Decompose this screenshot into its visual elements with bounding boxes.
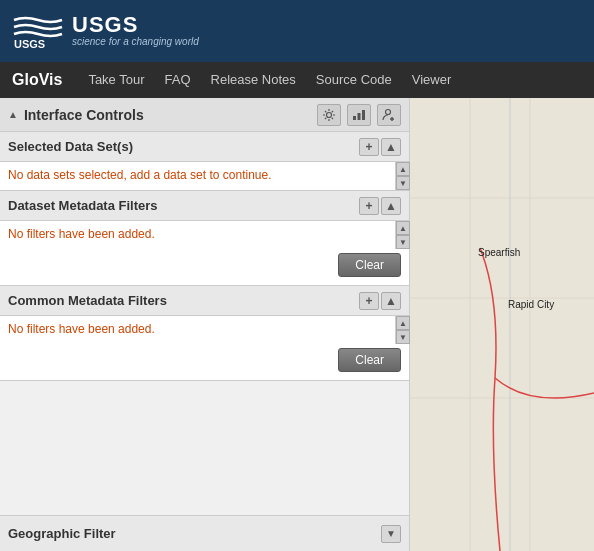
section-title-datasets: Selected Data Set(s): [8, 139, 359, 154]
section-body-common-filters: No filters have been added. ▲ ▼: [0, 316, 409, 344]
add-dataset-filter-button[interactable]: +: [359, 197, 379, 215]
svg-rect-4: [358, 113, 361, 120]
nav-brand: GloVis: [12, 71, 62, 89]
clear-dataset-filters-button[interactable]: Clear: [338, 253, 401, 277]
geo-filter-title: Geographic Filter: [8, 526, 381, 541]
map-area: Spearfish Rapid City: [410, 98, 594, 551]
svg-text:Rapid City: Rapid City: [508, 299, 554, 310]
section-body-datasets: No data sets selected, add a data set to…: [0, 162, 409, 190]
left-panel: ▲ Interface Controls: [0, 98, 410, 551]
panel-header: ▲ Interface Controls: [0, 98, 409, 132]
panel-header-icons: [317, 104, 401, 126]
scroll-down-common-filters[interactable]: ▼: [396, 330, 410, 344]
chart-icon[interactable]: [347, 104, 371, 126]
map-canvas: Spearfish Rapid City: [410, 98, 594, 551]
collapse-datasets-button[interactable]: ▲: [381, 138, 401, 156]
svg-rect-7: [410, 98, 594, 551]
svg-text:USGS: USGS: [14, 38, 45, 50]
svg-rect-5: [362, 110, 365, 120]
datasets-scrollbar[interactable]: ▲ ▼: [395, 162, 409, 190]
user-settings-icon[interactable]: [377, 104, 401, 126]
scroll-down-datasets[interactable]: ▼: [396, 176, 410, 190]
svg-point-2: [327, 112, 332, 117]
nav-bar: GloVis Take Tour FAQ Release Notes Sourc…: [0, 62, 594, 98]
collapse-common-filters-button[interactable]: ▲: [381, 292, 401, 310]
section-selected-datasets: Selected Data Set(s) + ▲ No data sets se…: [0, 132, 409, 191]
add-dataset-button[interactable]: +: [359, 138, 379, 156]
section-header-datasets: Selected Data Set(s) + ▲: [0, 132, 409, 162]
main-area: ▲ Interface Controls: [0, 98, 594, 551]
geographic-filter-section: Geographic Filter ▼: [0, 515, 409, 551]
section-controls-dataset-filters: + ▲: [359, 197, 401, 215]
section-controls-datasets: + ▲: [359, 138, 401, 156]
svg-rect-3: [353, 116, 356, 120]
scroll-down-dataset-filters[interactable]: ▼: [396, 235, 410, 249]
no-common-filters-message: No filters have been added.: [0, 316, 395, 344]
usgs-title: USGS: [72, 14, 199, 36]
section-dataset-filters: Dataset Metadata Filters + ▲ No filters …: [0, 191, 409, 286]
nav-source-code[interactable]: Source Code: [306, 62, 402, 98]
dataset-filters-scrollbar[interactable]: ▲ ▼: [395, 221, 409, 249]
section-common-filters: Common Metadata Filters + ▲ No filters h…: [0, 286, 409, 381]
usgs-header: USGS USGS science for a changing world: [0, 0, 594, 62]
no-datasets-message: No data sets selected, add a data set to…: [0, 162, 395, 190]
svg-point-6: [386, 109, 391, 114]
no-dataset-filters-message: No filters have been added.: [0, 221, 395, 249]
geo-filter-dropdown[interactable]: ▼: [381, 525, 401, 543]
usgs-subtitle: science for a changing world: [72, 36, 199, 48]
nav-take-tour[interactable]: Take Tour: [78, 62, 154, 98]
section-header-common-filters: Common Metadata Filters + ▲: [0, 286, 409, 316]
panel-title: Interface Controls: [24, 107, 317, 123]
section-controls-common-filters: + ▲: [359, 292, 401, 310]
section-header-dataset-filters: Dataset Metadata Filters + ▲: [0, 191, 409, 221]
section-title-common-filters: Common Metadata Filters: [8, 293, 359, 308]
settings-icon[interactable]: [317, 104, 341, 126]
section-title-dataset-filters: Dataset Metadata Filters: [8, 198, 359, 213]
nav-faq[interactable]: FAQ: [155, 62, 201, 98]
add-common-filter-button[interactable]: +: [359, 292, 379, 310]
nav-viewer[interactable]: Viewer: [402, 62, 462, 98]
panel-collapse-icon[interactable]: ▲: [8, 109, 18, 120]
collapse-dataset-filters-button[interactable]: ▲: [381, 197, 401, 215]
common-filters-footer: Clear: [0, 344, 409, 380]
dataset-filters-footer: Clear: [0, 249, 409, 285]
usgs-text-block: USGS science for a changing world: [72, 14, 199, 48]
scroll-up-dataset-filters[interactable]: ▲: [396, 221, 410, 235]
usgs-logo-icon: USGS: [12, 10, 64, 52]
clear-common-filters-button[interactable]: Clear: [338, 348, 401, 372]
usgs-logo: USGS USGS science for a changing world: [12, 10, 199, 52]
section-body-dataset-filters: No filters have been added. ▲ ▼: [0, 221, 409, 249]
nav-release-notes[interactable]: Release Notes: [201, 62, 306, 98]
scroll-up-datasets[interactable]: ▲: [396, 162, 410, 176]
chevron-down-icon: ▼: [386, 528, 396, 539]
scroll-up-common-filters[interactable]: ▲: [396, 316, 410, 330]
svg-text:Spearfish: Spearfish: [478, 247, 520, 258]
common-filters-scrollbar[interactable]: ▲ ▼: [395, 316, 409, 344]
